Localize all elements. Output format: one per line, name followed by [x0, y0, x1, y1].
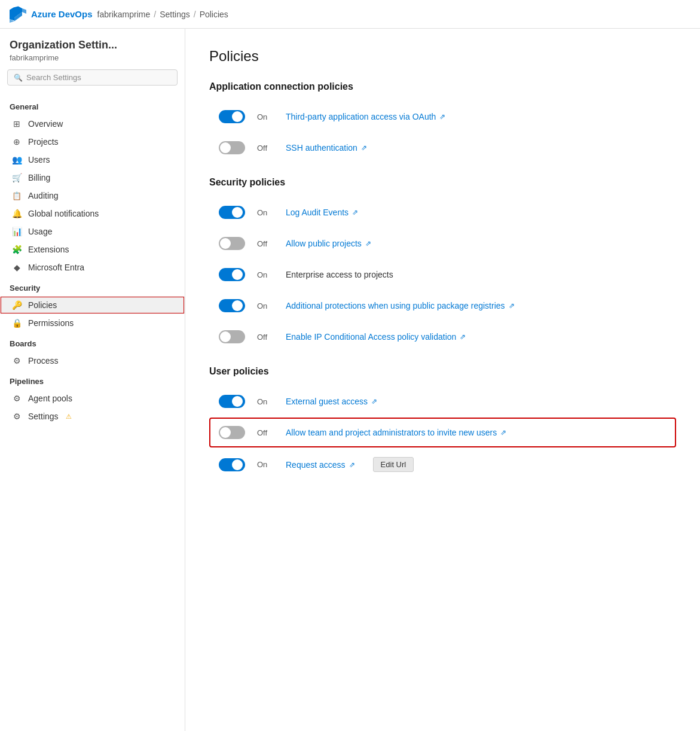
policy-ssh: Off SSH authentication ⇗: [209, 133, 676, 163]
usage-icon: 📊: [11, 227, 22, 236]
sidebar-item-projects[interactable]: ⊕ Projects: [0, 133, 185, 151]
users-icon: 👥: [11, 155, 22, 165]
breadcrumb: fabrikamprime / Settings / Policies: [97, 10, 228, 19]
policies-icon: 🔑: [11, 300, 22, 310]
policy-name-text: Additional protections when using public…: [286, 301, 505, 310]
toggle-thumb: [220, 142, 231, 153]
breadcrumb-policies: Policies: [200, 10, 228, 19]
section-title-user: User policies: [209, 366, 676, 377]
policy-name-log-audit[interactable]: Log Audit Events ⇗: [286, 208, 358, 217]
process-icon: ⚙: [11, 356, 22, 366]
policy-name-text: Allow team and project administrators to…: [286, 428, 497, 437]
toggle-enterprise-access[interactable]: [219, 268, 245, 281]
sidebar-item-usage[interactable]: 📊 Usage: [0, 223, 185, 240]
azure-devops-logo: [10, 6, 26, 23]
toggle-ssh[interactable]: [219, 141, 245, 154]
policy-public-projects: Off Allow public projects ⇗: [209, 229, 676, 258]
breadcrumb-org[interactable]: fabrikamprime: [97, 10, 151, 19]
breadcrumb-settings[interactable]: Settings: [160, 10, 190, 19]
policy-name-ssh[interactable]: SSH authentication ⇗: [286, 143, 367, 153]
sidebar-item-users[interactable]: 👥 Users: [0, 151, 185, 169]
page-title: Policies: [209, 48, 676, 65]
policy-name-ip-conditional[interactable]: Enable IP Conditional Access policy vali…: [286, 332, 466, 342]
sidebar-item-agent-pools[interactable]: ⚙ Agent pools: [0, 389, 185, 407]
sidebar-item-label: Billing: [28, 173, 50, 182]
sidebar-item-overview[interactable]: ⊞ Overview: [0, 115, 185, 133]
policy-name-request-access[interactable]: Request access ⇗: [286, 460, 355, 470]
sidebar-item-label: Agent pools: [28, 394, 72, 403]
search-placeholder: Search Settings: [26, 73, 81, 82]
link-icon: ⇗: [509, 301, 515, 310]
section-user: User policies On External guest access ⇗…: [209, 366, 676, 480]
toggle-thumb: [232, 459, 243, 470]
policy-request-access: On Request access ⇗ Edit Url: [209, 449, 676, 480]
toggle-label-invite-users: Off: [257, 428, 274, 437]
toggle-request-access[interactable]: [219, 458, 245, 471]
permissions-icon: 🔒: [11, 318, 22, 328]
breadcrumb-sep-2: /: [194, 10, 196, 19]
policy-name-guest-access[interactable]: External guest access ⇗: [286, 397, 377, 406]
sidebar: Organization Settin... fabrikamprime 🔍 S…: [0, 29, 185, 731]
sidebar-item-label: Microsoft Entra: [28, 263, 84, 272]
section-label-pipelines: Pipelines: [0, 370, 185, 389]
policy-name-package-registries[interactable]: Additional protections when using public…: [286, 301, 515, 310]
sidebar-item-label: Permissions: [28, 318, 74, 328]
overview-icon: ⊞: [11, 119, 22, 129]
toggle-ip-conditional[interactable]: [219, 330, 245, 343]
policy-name-text: External guest access: [286, 397, 368, 406]
sidebar-item-pipeline-settings[interactable]: ⚙ Settings ⚠: [0, 407, 185, 425]
policy-ip-conditional: Off Enable IP Conditional Access policy …: [209, 322, 676, 352]
logo[interactable]: Azure DevOps: [10, 6, 93, 23]
sidebar-item-label: Settings: [28, 412, 59, 421]
main-content: Policies Application connection policies…: [185, 29, 700, 731]
sidebar-item-auditing[interactable]: 📋 Auditing: [0, 187, 185, 205]
section-title-app-connection: Application connection policies: [209, 81, 676, 92]
toggle-label-log-audit: On: [257, 208, 274, 217]
toggle-thumb: [220, 238, 231, 249]
policy-oauth: On Third-party application access via OA…: [209, 102, 676, 132]
sidebar-item-label: Users: [28, 155, 50, 165]
policy-name-public-projects[interactable]: Allow public projects ⇗: [286, 239, 371, 248]
policy-name-text: Enterprise access to projects: [286, 270, 393, 279]
extensions-icon: 🧩: [11, 245, 22, 254]
toggle-public-projects[interactable]: [219, 237, 245, 250]
toggle-label-oauth: On: [257, 112, 274, 121]
link-icon: ⇗: [361, 144, 367, 152]
agent-pools-icon: ⚙: [11, 394, 22, 403]
toggle-thumb: [220, 331, 231, 342]
link-icon: ⇗: [349, 461, 355, 469]
toggle-log-audit[interactable]: [219, 206, 245, 219]
toggle-label-ip-conditional: Off: [257, 333, 274, 342]
policy-name-text: SSH authentication: [286, 143, 357, 153]
policy-name-text: Log Audit Events: [286, 208, 349, 217]
sidebar-item-global-notifications[interactable]: 🔔 Global notifications: [0, 205, 185, 223]
toggle-oauth[interactable]: [219, 110, 245, 123]
toggle-guest-access[interactable]: [219, 395, 245, 408]
search-settings[interactable]: 🔍 Search Settings: [7, 69, 178, 86]
toggle-thumb: [232, 300, 243, 311]
sidebar-item-label: Process: [28, 356, 59, 366]
policy-name-invite-users[interactable]: Allow team and project administrators to…: [286, 428, 506, 437]
sidebar-item-process[interactable]: ⚙ Process: [0, 352, 185, 370]
sidebar-item-permissions[interactable]: 🔒 Permissions: [0, 314, 185, 332]
sidebar-item-label: Global notifications: [28, 209, 99, 218]
toggle-label-package-registries: On: [257, 301, 274, 310]
edit-url-button[interactable]: Edit Url: [373, 457, 414, 472]
sidebar-item-extensions[interactable]: 🧩 Extensions: [0, 240, 185, 258]
policy-name-oauth[interactable]: Third-party application access via OAuth…: [286, 112, 445, 121]
toggle-thumb: [232, 269, 243, 280]
section-title-security: Security policies: [209, 177, 676, 188]
toggle-invite-users[interactable]: [219, 426, 245, 439]
top-nav: Azure DevOps fabrikamprime / Settings / …: [0, 0, 700, 29]
toggle-label-request-access: On: [257, 460, 274, 469]
toggle-thumb: [220, 427, 231, 438]
toggle-thumb: [232, 396, 243, 407]
org-title: Organization Settin...: [0, 38, 185, 52]
sidebar-item-microsoft-entra[interactable]: ◆ Microsoft Entra: [0, 258, 185, 276]
policy-name-text: Allow public projects: [286, 239, 362, 248]
sidebar-item-billing[interactable]: 🛒 Billing: [0, 169, 185, 187]
toggle-package-registries[interactable]: [219, 299, 245, 312]
layout: Organization Settin... fabrikamprime 🔍 S…: [0, 29, 700, 731]
policy-name-text: Third-party application access via OAuth: [286, 112, 436, 121]
sidebar-item-policies[interactable]: 🔑 Policies: [0, 296, 185, 314]
